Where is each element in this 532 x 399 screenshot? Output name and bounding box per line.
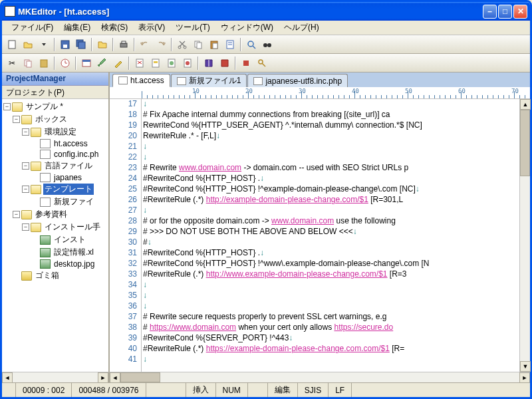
status-edit: 編集 [268, 383, 298, 397]
menubar: ファイル(F) 編集(E) 検索(S) 表示(V) ツール(T) ウィンドウ(W… [2, 21, 530, 35]
tab-label: 新規ファイル1 [189, 75, 241, 86]
doc-r-icon[interactable] [180, 56, 195, 70]
binoculars-icon[interactable] [260, 37, 275, 52]
svg-rect-0 [9, 41, 15, 49]
clock-icon[interactable] [58, 56, 72, 70]
app-icon [5, 6, 15, 17]
svg-rect-27 [82, 60, 90, 62]
tree-root[interactable]: −サンプル * [3, 100, 107, 113]
svg-point-18 [263, 43, 267, 47]
search-button[interactable] [244, 37, 259, 52]
tree-setinfo[interactable]: 設定情報.xl [3, 246, 107, 259]
paste-button[interactable] [207, 37, 221, 52]
editor-vscroll[interactable]: ▲▼ [519, 99, 530, 372]
doc-x-icon[interactable] [132, 56, 147, 70]
tree-env[interactable]: −環境設定 [3, 126, 107, 138]
tree-template[interactable]: −テンプレート [3, 183, 107, 196]
print-button[interactable] [116, 37, 131, 52]
save-all-button[interactable] [74, 37, 88, 52]
editor-area: ht.access新規ファイル1japanese-utf8.inc.php 10… [110, 72, 530, 382]
new-file-button[interactable] [5, 37, 19, 52]
window-title: MKEditor - [ht.access] [18, 7, 483, 17]
close-button[interactable]: ✕ [513, 5, 527, 19]
tree-install[interactable]: −インストール手 [3, 221, 107, 233]
svg-rect-12 [213, 43, 217, 49]
redo-button[interactable] [154, 37, 168, 52]
ruler: 1020304050607080 [110, 87, 530, 99]
tool-copy2-icon[interactable] [21, 56, 35, 70]
pencil2-icon[interactable] [111, 56, 126, 70]
tab-0[interactable]: ht.access [112, 74, 170, 87]
svg-rect-28 [136, 59, 143, 67]
menu-tool[interactable]: ツール(T) [170, 21, 215, 35]
main-area: ProjectManager プロジェクト(P) −サンプル * −ボックス −… [2, 72, 530, 382]
svg-line-17 [253, 46, 255, 49]
sidebar: ProjectManager プロジェクト(P) −サンプル * −ボックス −… [2, 72, 110, 382]
toolbar-secondary: ✂ [2, 54, 530, 72]
svg-point-19 [267, 43, 271, 47]
book-icon[interactable] [201, 56, 216, 70]
book2-icon[interactable] [217, 56, 232, 70]
menu-edit[interactable]: 編集(E) [59, 21, 96, 35]
doc-g-icon[interactable] [164, 56, 179, 70]
status-num: NUM [216, 383, 248, 397]
file-icon [118, 76, 128, 84]
tool-cut-icon[interactable]: ✂ [5, 56, 19, 70]
tree-desktop[interactable]: desktop.jpg [3, 259, 107, 269]
status-lineending: LF [329, 383, 352, 397]
tree-ref[interactable]: −参考資料 [3, 208, 107, 221]
cut-button[interactable] [175, 37, 190, 52]
tree-newfile[interactable]: 新規ファイ [3, 196, 107, 208]
menu-file[interactable]: ファイル(F) [6, 21, 59, 35]
stop-icon[interactable] [239, 56, 253, 70]
menu-help[interactable]: ヘルプ(H) [279, 21, 325, 35]
tree-lang[interactable]: −言語ファイル [3, 160, 107, 172]
maximize-button[interactable]: □ [498, 5, 512, 19]
statusbar: 00009 : 002 000488 / 003976 挿入 NUM 編集 SJ… [2, 382, 530, 397]
status-lines: 000488 / 003976 [72, 383, 146, 397]
svg-point-34 [186, 61, 190, 65]
tab-1[interactable]: 新規ファイル1 [171, 74, 247, 87]
svg-point-16 [248, 41, 253, 47]
undo-button[interactable] [138, 37, 152, 52]
editor-hscroll[interactable]: ◄► [110, 372, 530, 382]
toolbar-main [2, 35, 530, 54]
menu-window[interactable]: ウィンドウ(W) [215, 21, 279, 35]
open-button[interactable] [21, 37, 35, 52]
sidebar-project-menu[interactable]: プロジェクト(P) [2, 86, 108, 99]
tree-htaccess[interactable]: ht.access [3, 138, 107, 149]
dropdown-icon[interactable] [37, 37, 51, 52]
tree-trash[interactable]: ゴミ箱 [3, 269, 107, 282]
project-tree[interactable]: −サンプル * −ボックス −環境設定 ht.access config.inc… [2, 99, 108, 372]
pencil-icon[interactable] [95, 56, 110, 70]
svg-rect-4 [78, 42, 85, 49]
tab-2[interactable]: japanese-utf8.inc.php [247, 74, 348, 87]
save-button[interactable] [58, 37, 72, 52]
menu-search[interactable]: 検索(S) [96, 21, 133, 35]
svg-rect-10 [197, 43, 201, 49]
key-icon[interactable] [255, 56, 269, 70]
sidebar-hscroll[interactable]: ◄► [2, 372, 108, 382]
tree-japanes[interactable]: japanes [3, 172, 107, 183]
tree-config[interactable]: config.inc.ph [3, 149, 107, 160]
line-gutter: 1718192021222324252627282930313233343536… [110, 99, 142, 372]
minimize-button[interactable]: – [483, 5, 497, 19]
tool-paste2-icon[interactable] [37, 56, 51, 70]
editor-tabs: ht.access新規ファイル1japanese-utf8.inc.php [110, 72, 530, 87]
copy-button[interactable] [191, 37, 205, 52]
window-icon[interactable] [79, 56, 94, 70]
file-icon [177, 77, 186, 85]
titlebar[interactable]: MKEditor - [ht.access] – □ ✕ [2, 2, 530, 21]
status-encoding: SJIS [298, 383, 329, 397]
svg-rect-35 [243, 61, 249, 66]
tab-label: japanese-utf8.inc.php [265, 76, 342, 86]
code-content[interactable]: ↓# Fix Apache internal dummy connections… [142, 99, 519, 372]
tree-box[interactable]: −ボックス [3, 113, 107, 126]
menu-view[interactable]: 表示(V) [133, 21, 170, 35]
doc-button[interactable] [223, 37, 237, 52]
doc-mark-icon[interactable] [148, 56, 163, 70]
sidebar-title: ProjectManager [2, 72, 108, 86]
folder-button[interactable] [95, 37, 110, 52]
tree-instfile[interactable]: インスト [3, 233, 107, 246]
tab-label: ht.access [130, 76, 164, 85]
